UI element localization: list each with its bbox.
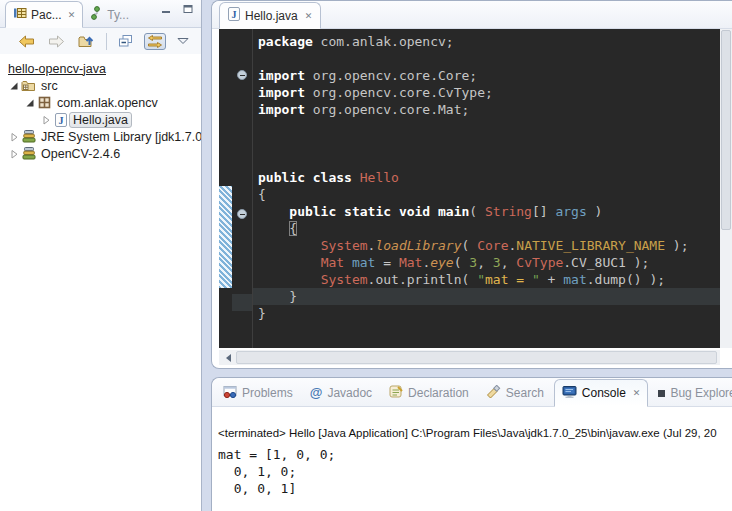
collapse-all-button[interactable]	[116, 33, 135, 49]
declaration-icon	[389, 385, 403, 401]
horizontal-scrollbar[interactable]	[219, 350, 720, 365]
collapse-arrow-icon[interactable]	[8, 81, 20, 91]
tab-label: Pac...	[31, 8, 62, 22]
tab-package-explorer[interactable]: Pac... ✕	[5, 1, 83, 28]
code-line[interactable]	[253, 50, 720, 67]
code-token: Mat	[321, 255, 344, 270]
code-line[interactable]: {	[253, 220, 720, 237]
tree-item-hello-java[interactable]: JHello.java	[0, 111, 201, 128]
view-menu-button[interactable]	[175, 36, 191, 46]
tab-bug-explorer[interactable]: Bug Explorer	[651, 380, 732, 406]
code-token: ,	[501, 255, 517, 270]
code-line[interactable]: }	[253, 288, 720, 305]
code-token: org.opencv.core.Core;	[305, 68, 477, 83]
go-up-button[interactable]	[76, 33, 97, 49]
ruler-row	[219, 33, 232, 50]
ruler-row	[219, 101, 232, 118]
gutter-row	[232, 243, 252, 260]
tree-item-opencv-2-4-6[interactable]: OpenCV-2.4.6	[0, 145, 201, 162]
back-button[interactable]	[16, 34, 37, 49]
annotation-ruler	[219, 29, 232, 348]
code-line[interactable]	[253, 152, 720, 169]
code-token: package	[258, 34, 313, 49]
code-line[interactable]: package com.anlak.opencv;	[253, 33, 720, 50]
tab-label: Console	[582, 386, 626, 400]
tree-item-label: hello-opencv-java	[4, 61, 110, 77]
code-line[interactable]: import org.opencv.core.Core;	[253, 67, 720, 84]
tab-label: Hello.java	[245, 9, 298, 23]
close-icon[interactable]: ✕	[303, 11, 313, 21]
vertical-scrollbar-thumb[interactable]	[721, 30, 731, 230]
minimize-button[interactable]	[161, 4, 171, 14]
code-line[interactable]: import org.opencv.core.CvType;	[253, 84, 720, 101]
collapse-arrow-icon[interactable]	[24, 98, 36, 108]
code-line[interactable]: }	[253, 305, 720, 322]
code-token: (	[469, 204, 485, 219]
code-token: }	[258, 306, 266, 321]
gutter-row	[232, 138, 252, 155]
code-text-area[interactable]: package com.anlak.opencv;import org.open…	[253, 29, 720, 348]
code-token	[258, 221, 289, 236]
code-line[interactable]: Mat mat = Mat.eye( 3, 3, CvType.CV_8UC1 …	[253, 254, 720, 271]
scroll-left-arrow-icon[interactable]	[222, 354, 231, 362]
expand-arrow-icon[interactable]	[8, 132, 20, 142]
tree-item-label: Hello.java	[69, 112, 132, 128]
vertical-scrollbar[interactable]	[720, 29, 732, 348]
code-token	[344, 255, 352, 270]
java-file-icon: J	[52, 113, 69, 127]
code-line[interactable]: System.loadLibrary( Core.NATIVE_LIBRARY_…	[253, 237, 720, 254]
forward-button[interactable]	[46, 34, 67, 49]
ruler-row	[219, 288, 232, 305]
tab-label: Problems	[242, 386, 293, 400]
code-token: (	[462, 238, 478, 253]
link-with-editor-button[interactable]	[144, 33, 166, 50]
tab-declaration[interactable]: Declaration	[382, 380, 476, 406]
code-token: loadLibrary	[375, 238, 461, 253]
code-token: "	[477, 272, 485, 287]
tab-search[interactable]: Search	[479, 380, 551, 406]
tab-problems[interactable]: Problems	[216, 380, 300, 406]
expand-arrow-icon[interactable]	[40, 115, 52, 125]
code-token: org.opencv.core.Mat;	[305, 102, 469, 117]
tab-console[interactable]: Console✕	[554, 379, 649, 407]
code-line[interactable]: {	[253, 186, 720, 203]
code-token: .out.println(	[368, 272, 478, 287]
tree-item-label: com.anlak.opencv	[53, 95, 162, 111]
code-token: NATIVE_LIBRARY_NAME	[516, 238, 665, 253]
range-indicator	[219, 271, 232, 288]
javadoc-icon: @	[310, 386, 323, 400]
horizontal-scrollbar-thumb[interactable]	[236, 351, 717, 364]
code-line[interactable]: public static void main( String[] args )	[253, 203, 720, 220]
code-token	[258, 255, 321, 270]
code-token	[258, 204, 289, 219]
tab-label: Ty...	[107, 8, 129, 22]
tab-javadoc[interactable]: @Javadoc	[303, 380, 379, 406]
code-line[interactable]	[253, 118, 720, 135]
expand-arrow-icon[interactable]	[8, 149, 20, 159]
tree-item-src[interactable]: src	[0, 77, 201, 94]
fold-collapse-icon[interactable]	[237, 70, 247, 80]
code-token: System	[321, 272, 368, 287]
tab-hello-java[interactable]: J Hello.java ✕	[219, 2, 321, 29]
tab-type-hierarchy[interactable]: Ty...	[83, 2, 136, 27]
fold-collapse-icon[interactable]	[237, 209, 247, 219]
tree-item-jre-system-library-jdk1-7-0[interactable]: JRE System Library [jdk1.7.0	[0, 128, 201, 145]
editor-tabbar: J Hello.java ✕	[212, 1, 732, 29]
close-icon[interactable]: ✕	[66, 10, 76, 20]
java-file-icon: J	[228, 7, 240, 24]
code-line[interactable]: public class Hello	[253, 169, 720, 186]
close-icon[interactable]: ✕	[631, 388, 641, 398]
console-output[interactable]: mat = [1, 0, 0; 0, 1, 0; 0, 0, 1]	[212, 442, 732, 497]
gutter-row	[232, 155, 252, 172]
code-line[interactable]: import org.opencv.core.Mat;	[253, 101, 720, 118]
maximize-button[interactable]	[183, 4, 193, 14]
tree-item-com-anlak-opencv[interactable]: com.anlak.opencv	[0, 94, 201, 111]
code-token: ,	[477, 255, 493, 270]
gutter-row	[232, 209, 252, 226]
tree-item-hello-opencv-java[interactable]: hello-opencv-java	[0, 60, 201, 77]
code-line[interactable]	[253, 135, 720, 152]
code-editor[interactable]: package com.anlak.opencv;import org.open…	[219, 29, 720, 348]
code-token: )	[587, 204, 603, 219]
code-line[interactable]: System.out.println( "mat = " + mat.dump(…	[253, 271, 720, 288]
code-token: mat	[352, 255, 375, 270]
